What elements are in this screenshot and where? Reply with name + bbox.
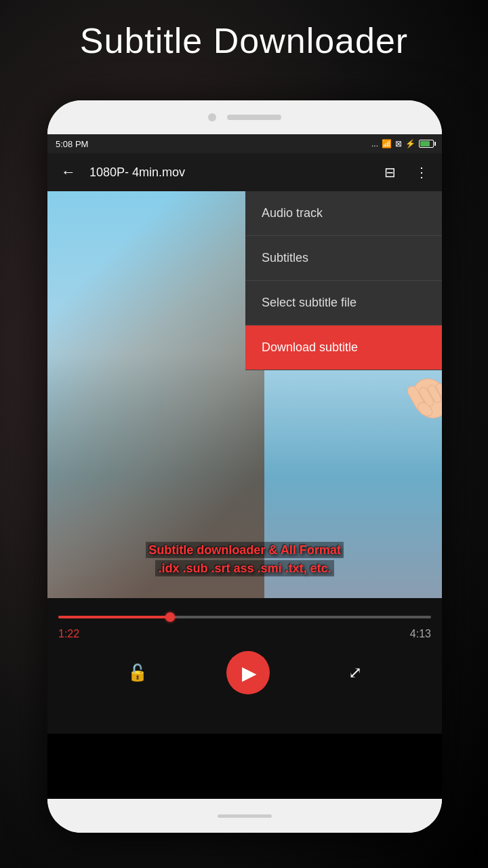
hand-pointer bbox=[394, 347, 442, 429]
subtitle-overlay: Subtitle downloader & All Format .idx .s… bbox=[47, 541, 442, 578]
subtitle-line1: Subtitle downloader & All Format bbox=[146, 542, 343, 558]
status-bar: 5:08 PM ... 📶 ⊠ ⚡ bbox=[47, 134, 442, 153]
menu-item-subtitles[interactable]: Subtitles bbox=[245, 236, 442, 281]
subtitle-line2: .idx .sub .srt ass .smi .txt, etc. bbox=[155, 560, 333, 576]
phone-bottom bbox=[47, 799, 442, 833]
phone-screen: 5:08 PM ... 📶 ⊠ ⚡ ← 1080P- 4min.mov ⊟ ⋮ bbox=[47, 134, 442, 799]
controls-area: 1:22 4:13 🔓 ▶ ⤢ bbox=[47, 598, 442, 734]
menu-item-audio-track[interactable]: Audio track bbox=[245, 191, 442, 236]
app-title: Subtitle Downloader bbox=[0, 20, 488, 61]
phone-camera bbox=[208, 113, 216, 121]
signal-icon: ... bbox=[371, 139, 378, 149]
phone-top-bar bbox=[47, 100, 442, 134]
time-labels: 1:22 4:13 bbox=[58, 628, 431, 640]
progress-fill bbox=[58, 616, 170, 618]
menu-item-select-subtitle-file[interactable]: Select subtitle file bbox=[245, 281, 442, 326]
nav-bar: ← 1080P- 4min.mov ⊟ ⋮ bbox=[47, 153, 442, 191]
battery-fill bbox=[420, 141, 430, 146]
time-total: 4:13 bbox=[410, 628, 431, 640]
battery-icon bbox=[419, 140, 434, 148]
lock-button[interactable]: 🔓 bbox=[122, 658, 153, 688]
play-icon: ▶ bbox=[242, 662, 257, 684]
time-current: 1:22 bbox=[58, 628, 79, 640]
figure-overlay bbox=[47, 191, 264, 598]
status-time: 5:08 PM bbox=[56, 139, 88, 149]
phone-frame: 5:08 PM ... 📶 ⊠ ⚡ ← 1080P- 4min.mov ⊟ ⋮ bbox=[47, 100, 442, 833]
wifi-icon: 📶 bbox=[382, 139, 392, 149]
phone-speaker bbox=[227, 115, 281, 120]
video-area: Subtitle downloader & All Format .idx .s… bbox=[47, 191, 442, 598]
fullscreen-button[interactable]: ⤢ bbox=[343, 658, 367, 688]
lightning-icon: ⚡ bbox=[405, 139, 415, 149]
progress-container[interactable] bbox=[58, 609, 431, 625]
more-button[interactable]: ⋮ bbox=[409, 159, 434, 186]
progress-track[interactable] bbox=[58, 616, 431, 618]
video-title: 1080P- 4min.mov bbox=[89, 165, 371, 180]
playback-controls: 🔓 ▶ ⤢ bbox=[58, 651, 431, 694]
home-indicator[interactable] bbox=[218, 814, 272, 818]
status-right: ... 📶 ⊠ ⚡ bbox=[371, 139, 434, 149]
subtitle-button[interactable]: ⊟ bbox=[379, 159, 401, 186]
play-button[interactable]: ▶ bbox=[226, 651, 270, 694]
subtitle-text: Subtitle downloader & All Format .idx .s… bbox=[61, 541, 428, 578]
data-icon: ⊠ bbox=[395, 139, 402, 149]
dropdown-menu: Audio track Subtitles Select subtitle fi… bbox=[245, 191, 442, 370]
progress-thumb[interactable] bbox=[165, 612, 175, 622]
back-button[interactable]: ← bbox=[56, 158, 81, 186]
